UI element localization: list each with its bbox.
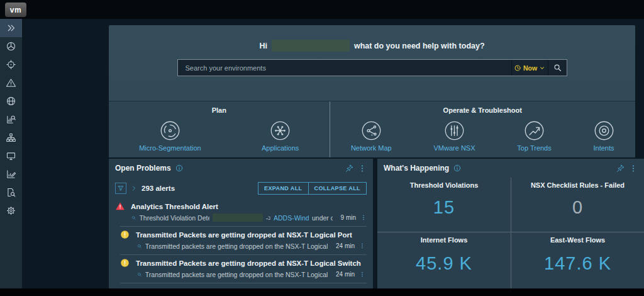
sidebar-item-audit[interactable] xyxy=(0,183,22,202)
alert-menu-button[interactable] xyxy=(358,270,367,278)
magnifier-icon xyxy=(131,215,136,221)
chevron-right-icon[interactable] xyxy=(130,185,138,192)
info-icon[interactable] xyxy=(175,164,184,173)
sidebar-item-topology[interactable] xyxy=(0,128,22,147)
pin-icon xyxy=(345,164,354,173)
stat-label: NSX Checklist Rules - Failed xyxy=(531,181,625,189)
warning-severity-icon xyxy=(120,258,130,268)
quick-nav-micro-segmentation[interactable]: Micro-Segmentation xyxy=(139,120,201,152)
quick-nav-label: Top Trends xyxy=(517,144,551,152)
vertical-ellipsis-icon xyxy=(629,164,638,173)
pin-icon xyxy=(616,164,625,173)
alert-row[interactable]: Transmitted Packets are getting dropped … xyxy=(120,226,367,254)
time-range-dropdown[interactable]: Now xyxy=(511,60,548,76)
alert-menu-button[interactable] xyxy=(359,213,368,222)
vertical-ellipsis-icon xyxy=(359,242,365,250)
quick-nav-intents[interactable]: Intents xyxy=(594,120,614,152)
stat-label: East-West Flows xyxy=(550,236,605,244)
quick-nav-label: Intents xyxy=(594,144,614,152)
alert-title: Transmitted Packets are getting dropped … xyxy=(136,231,352,239)
stat-nsx-checklist-failed[interactable]: NSX Checklist Rules - Failed 0 xyxy=(511,178,644,232)
quick-nav-label: Micro-Segmentation xyxy=(139,144,201,152)
topology-tree-icon xyxy=(6,132,16,143)
pin-button[interactable] xyxy=(345,164,354,173)
top-bar: vm xyxy=(0,0,644,19)
alert-arrow: -> xyxy=(266,214,270,222)
pin-button[interactable] xyxy=(616,164,625,173)
quick-nav-label: Network Map xyxy=(351,144,392,152)
info-icon[interactable] xyxy=(453,164,462,173)
stat-internet-flows[interactable]: Internet Flows 45.9 K xyxy=(377,232,511,288)
clock-icon xyxy=(514,64,521,72)
stat-value: 0 xyxy=(572,189,583,232)
alert-entity-link[interactable]: ADDS-Windows xyxy=(274,214,309,222)
whats-happening-panel: What's Happening Threshold Violations 15… xyxy=(377,159,644,288)
alert-list: Analytics Threshold Alert Threshold Viol… xyxy=(109,198,373,288)
critical-severity-icon xyxy=(115,202,125,211)
sidebar-item-discover[interactable] xyxy=(0,55,22,74)
sidebar-item-settings[interactable] xyxy=(0,202,22,220)
alert-row[interactable]: Analytics Threshold Alert Threshold Viol… xyxy=(109,198,373,226)
search-bar: Now xyxy=(177,59,567,76)
alert-desc: Transmitted packets are getting dropped … xyxy=(145,242,328,250)
plan-title: Plan xyxy=(109,106,330,114)
quick-nav-vmware-nsx[interactable]: VMware NSX xyxy=(434,120,475,152)
magnifier-icon xyxy=(137,243,142,249)
panel-menu-button[interactable] xyxy=(358,164,367,173)
alert-time: 24 min xyxy=(331,242,355,249)
sidebar-item-alerts[interactable] xyxy=(0,74,22,92)
document-search-icon xyxy=(6,187,16,198)
quick-nav-label: VMware NSX xyxy=(434,144,475,152)
sidebar-item-expand[interactable] xyxy=(0,19,22,37)
micro-segmentation-icon xyxy=(160,120,180,141)
quick-nav-applications[interactable]: Applications xyxy=(262,120,299,152)
alert-time: 9 min xyxy=(336,214,356,221)
alert-menu-button[interactable] xyxy=(358,242,367,250)
expand-all-button[interactable]: EXPAND ALL xyxy=(258,182,309,195)
stat-value: 147.6 K xyxy=(544,244,611,288)
quick-nav-top-trends[interactable]: Top Trends xyxy=(517,120,551,152)
alert-title: Transmitted Packets are getting dropped … xyxy=(136,259,361,267)
vmware-logo[interactable]: vm xyxy=(5,3,26,17)
alert-desc-prefix: Threshold Violation Detected for xyxy=(139,214,209,222)
sidebar-item-planner[interactable] xyxy=(0,165,22,183)
open-problems-title: Open Problems xyxy=(115,164,171,173)
stat-east-west-flows[interactable]: East-West Flows 147.6 K xyxy=(511,232,644,288)
intents-icon xyxy=(594,120,614,141)
vertical-ellipsis-icon xyxy=(359,270,365,278)
alerts-filter-row: 293 alerts EXPAND ALL COLLAPSE ALL xyxy=(109,178,373,198)
quick-nav-section: Plan Micro-Segmentation Applications Ope… xyxy=(109,101,635,157)
sidebar-item-analytics[interactable] xyxy=(0,110,22,128)
alert-row[interactable]: Transmitted Packets are getting dropped … xyxy=(120,283,367,288)
sidebar-item-dashboard[interactable] xyxy=(0,37,22,55)
stat-threshold-violations[interactable]: Threshold Violations 15 xyxy=(377,178,511,232)
panel-menu-button[interactable] xyxy=(629,164,638,173)
time-range-label: Now xyxy=(523,64,537,72)
vertical-ellipsis-icon xyxy=(358,164,367,173)
search-button[interactable] xyxy=(548,60,567,76)
alert-time: 24 min xyxy=(331,271,355,278)
report-edit-icon xyxy=(6,169,16,179)
alert-row[interactable]: Transmitted Packets are getting dropped … xyxy=(120,254,367,283)
magnifier-icon xyxy=(137,271,142,278)
warning-triangle-icon xyxy=(6,77,16,88)
vmware-nsx-icon xyxy=(444,120,465,141)
bottom-letterbox-bar xyxy=(0,288,644,296)
search-input[interactable] xyxy=(178,60,511,76)
hero-panel: Hi what do you need help with today? Now… xyxy=(109,25,635,157)
sidebar-item-network[interactable] xyxy=(0,92,22,110)
open-problems-panel: Open Problems 293 alerts EXPAND ALL COLL… xyxy=(109,159,373,288)
sidebar-item-infrastructure[interactable] xyxy=(0,147,22,165)
stat-label: Threshold Violations xyxy=(410,181,479,189)
quick-nav-network-map[interactable]: Network Map xyxy=(351,120,392,152)
double-chevron-right-icon xyxy=(6,23,16,33)
network-map-icon xyxy=(361,120,382,141)
collapse-all-button[interactable]: COLLAPSE ALL xyxy=(309,182,367,195)
funnel-icon xyxy=(117,185,125,192)
alert-count: 293 alerts xyxy=(142,185,175,192)
quick-nav-label: Applications xyxy=(262,144,299,152)
target-icon xyxy=(6,59,16,70)
operate-section: Operate & Troubleshoot Network Map VMwar… xyxy=(330,101,635,157)
filter-button[interactable] xyxy=(115,183,126,194)
greeting-suffix: what do you need help with today? xyxy=(354,42,485,50)
